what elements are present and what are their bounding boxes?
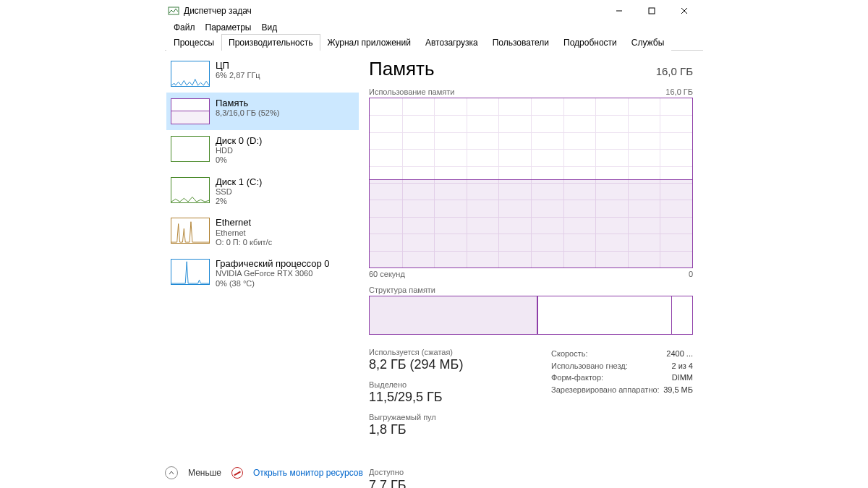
graph-fill — [370, 179, 692, 267]
axis-right: 0 — [689, 270, 693, 278]
minimize-button[interactable] — [603, 0, 635, 22]
commit-label: Выделено — [369, 380, 463, 390]
cpu-title: ЦП — [216, 61, 260, 71]
sidebar-item-disk1[interactable]: Диск 1 (C:) SSD 2% — [166, 171, 359, 213]
memory-capacity: 16,0 ГБ — [656, 65, 693, 77]
ethernet-title: Ethernet — [216, 218, 272, 228]
tab-users[interactable]: Пользователи — [485, 34, 556, 51]
tab-performance[interactable]: Производительность — [221, 34, 320, 51]
memory-usage-graph[interactable] — [369, 98, 693, 268]
maximize-button[interactable] — [635, 0, 668, 22]
memory-thumb-icon — [171, 98, 210, 124]
main-panel: Память 16,0 ГБ Использование памяти 16,0… — [359, 51, 703, 488]
gpu-title: Графический процессор 0 — [216, 259, 330, 269]
memory-sub: 8,3/16,0 ГБ (52%) — [216, 108, 279, 118]
gpu-sub2: 0% (38 °C) — [216, 279, 330, 288]
reserved-value: 39,5 МБ — [663, 384, 693, 396]
comp-divider-1 — [537, 296, 538, 334]
axis-left: 60 секунд — [369, 270, 405, 278]
avail-value: 7,7 ГБ — [369, 478, 445, 488]
sidebar-item-gpu[interactable]: Графический процессор 0 NVIDIA GeForce R… — [166, 253, 359, 294]
tab-startup[interactable]: Автозагрузка — [418, 34, 485, 51]
sidebar-item-disk0[interactable]: Диск 0 (D:) HDD 0% — [166, 130, 359, 171]
memory-info-grid: Скорость:2400 ... Использовано гнезд:2 и… — [551, 348, 693, 488]
form-value: DIMM — [672, 372, 693, 384]
menu-bar: Файл Параметры Вид — [165, 22, 703, 33]
used-label: Используется (сжатая) — [369, 348, 463, 357]
window-title: Диспетчер задач — [184, 6, 603, 16]
speed-value: 2400 ... — [666, 348, 693, 360]
comp-used-segment — [370, 296, 537, 334]
page-title: Память — [369, 58, 435, 80]
svg-rect-2 — [649, 8, 655, 14]
disk0-sub2: 0% — [216, 155, 262, 165]
graph-label: Использование памяти — [369, 87, 454, 96]
disk1-sub1: SSD — [216, 187, 262, 197]
ethernet-sub1: Ethernet — [216, 228, 272, 238]
avail-label: Доступно — [369, 468, 445, 477]
tab-details[interactable]: Подробности — [556, 34, 624, 51]
disk1-sub2: 2% — [216, 197, 262, 206]
disk0-sub1: HDD — [216, 146, 262, 155]
paged-value: 1,8 ГБ — [369, 422, 463, 438]
app-icon — [168, 5, 179, 17]
graph-max: 16,0 ГБ — [665, 87, 693, 96]
commit-value: 11,5/29,5 ГБ — [369, 390, 463, 406]
memory-title: Память — [216, 98, 279, 108]
menu-options[interactable]: Параметры — [201, 22, 256, 33]
ethernet-sub2: О: 0 П: 0 кбит/с — [216, 238, 272, 247]
tab-app-history[interactable]: Журнал приложений — [320, 34, 418, 51]
disk1-thumb-icon — [171, 177, 210, 203]
menu-view[interactable]: Вид — [257, 22, 281, 33]
sidebar-item-cpu[interactable]: ЦП 6% 2,87 ГГц — [166, 55, 359, 93]
cpu-thumb-icon — [171, 61, 210, 87]
paged-label: Выгружаемый пул — [369, 413, 463, 422]
disk1-title: Диск 1 (C:) — [216, 177, 262, 187]
menu-file[interactable]: Файл — [169, 22, 200, 33]
cpu-sub: 6% 2,87 ГГц — [216, 71, 260, 80]
sidebar-item-ethernet[interactable]: Ethernet Ethernet О: 0 П: 0 кбит/с — [166, 212, 359, 253]
sidebar-item-memory[interactable]: Память 8,3/16,0 ГБ (52%) — [166, 93, 359, 130]
slots-label: Использовано гнезд: — [551, 360, 628, 372]
chevron-up-icon[interactable] — [165, 466, 178, 479]
slots-value: 2 из 4 — [671, 360, 693, 372]
tab-processes[interactable]: Процессы — [166, 34, 221, 51]
gpu-sub1: NVIDIA GeForce RTX 3060 — [216, 269, 330, 278]
reserved-label: Зарезервировано аппаратно: — [551, 384, 660, 396]
tab-strip: Процессы Производительность Журнал прило… — [165, 33, 703, 51]
form-label: Форм-фактор: — [551, 372, 603, 384]
title-bar[interactable]: Диспетчер задач — [165, 0, 703, 22]
resource-monitor-icon — [231, 467, 243, 479]
perf-sidebar: ЦП 6% 2,87 ГГц Память 8,3/16,0 ГБ (52%) … — [165, 51, 359, 488]
fewer-details-link[interactable]: Меньше — [188, 468, 221, 478]
used-value: 8,2 ГБ (294 МБ) — [369, 357, 463, 373]
memory-composition-bar[interactable] — [369, 296, 693, 335]
close-button[interactable] — [668, 0, 700, 22]
footer-bar: Меньше Открыть монитор ресурсов — [165, 466, 363, 479]
task-manager-window: Диспетчер задач Файл Параметры Вид Проце… — [165, 0, 703, 488]
disk0-title: Диск 0 (D:) — [216, 136, 262, 146]
ethernet-thumb-icon — [171, 218, 210, 244]
gpu-thumb-icon — [171, 259, 210, 285]
open-resource-monitor-link[interactable]: Открыть монитор ресурсов — [253, 468, 363, 478]
comp-divider-2 — [671, 296, 672, 334]
speed-label: Скорость: — [551, 348, 588, 360]
composition-label: Структура памяти — [369, 286, 693, 294]
tab-services[interactable]: Службы — [624, 34, 671, 51]
disk0-thumb-icon — [171, 136, 210, 162]
